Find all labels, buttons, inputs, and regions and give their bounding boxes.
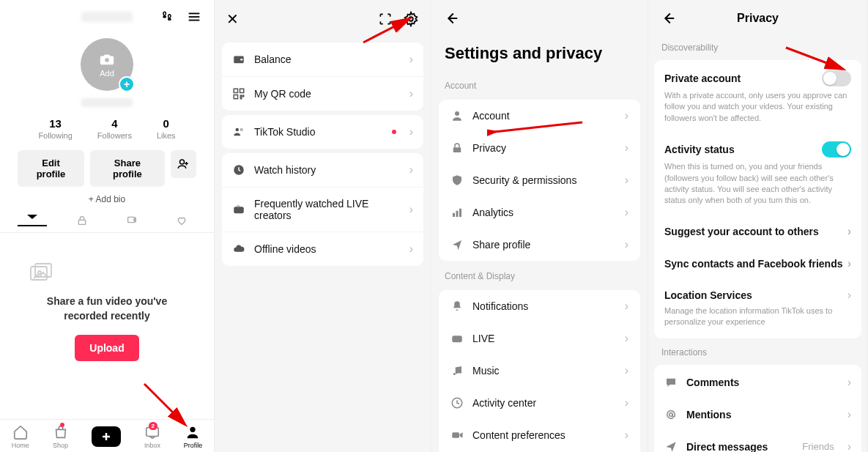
menu-card-1: Balance› My QR code› (222, 42, 423, 111)
stat-likes[interactable]: 0Likes (157, 117, 176, 140)
svg-point-3 (105, 58, 109, 62)
section-content-label: Content & Display (431, 265, 648, 286)
chevron-right-icon: › (625, 429, 628, 442)
shield-icon (450, 174, 464, 187)
row-security[interactable]: Security & permissions› (439, 164, 640, 196)
send-icon (664, 440, 678, 452)
stat-followers[interactable]: 4Followers (97, 117, 132, 140)
share-icon (450, 238, 464, 251)
menu-header: ✕ (215, 0, 431, 38)
row-live-creators[interactable]: Frequently watched LIVE creators› (222, 188, 423, 232)
chart-icon (450, 206, 464, 219)
chevron-right-icon: › (409, 242, 413, 256)
chevron-right-icon: › (847, 289, 851, 302)
bell-icon (450, 300, 464, 313)
row-mentions[interactable]: Mentions› (654, 399, 861, 431)
chevron-right-icon: › (409, 203, 413, 216)
close-icon[interactable]: ✕ (226, 10, 239, 28)
row-balance[interactable]: Balance› (222, 42, 423, 77)
row-suggest[interactable]: Suggest your account to others› (654, 215, 861, 248)
live-icon (232, 203, 245, 216)
chevron-right-icon: › (625, 396, 628, 410)
chevron-right-icon: › (625, 332, 628, 345)
svg-rect-39 (459, 209, 461, 217)
row-qr[interactable]: My QR code› (222, 77, 423, 111)
gear-icon[interactable] (403, 11, 419, 27)
row-content-pref[interactable]: Content preferences› (439, 419, 640, 451)
section-interactions-label: Interactions (648, 341, 867, 362)
avatar[interactable]: Add + (81, 38, 133, 91)
row-account[interactable]: Account› (439, 100, 640, 132)
svg-rect-22 (240, 59, 242, 60)
tab-reposts[interactable] (117, 215, 146, 226)
add-friends-button[interactable] (171, 150, 196, 178)
activity-icon (450, 396, 464, 410)
tab-locked[interactable] (67, 215, 97, 226)
private-account-toggle[interactable] (822, 70, 851, 86)
avatar-plus-icon[interactable]: + (119, 76, 135, 92)
nav-home[interactable]: Home (12, 424, 29, 449)
nav-inbox[interactable]: 2Inbox (144, 424, 160, 449)
row-location[interactable]: Location Services› Manage the location i… (654, 280, 861, 337)
chevron-right-icon: › (847, 225, 851, 238)
svg-rect-27 (242, 95, 244, 97)
chevron-right-icon: › (847, 257, 851, 270)
svg-rect-40 (452, 336, 462, 342)
chevron-right-icon: › (847, 440, 851, 452)
empty-state: Share a fun video you've recorded recent… (0, 262, 214, 361)
avatar-add-label: Add (100, 69, 114, 78)
svg-point-30 (240, 129, 242, 131)
interactions-card: Comments› Mentions› Direct messagesFrien… (654, 365, 861, 452)
row-music[interactable]: Music› (439, 355, 640, 387)
row-dm[interactable]: Direct messagesFriends› (654, 431, 861, 452)
header-icons (378, 11, 419, 27)
profile-menu-panel: ✕ Balance› My QR code› TikTok Studio› Wa… (215, 0, 431, 452)
tab-liked[interactable] (167, 215, 196, 226)
row-offline[interactable]: Offline videos› (222, 232, 423, 266)
svg-rect-24 (240, 89, 244, 92)
handle-blurred (81, 98, 133, 107)
row-activity-center[interactable]: Activity center› (439, 387, 640, 419)
at-icon (664, 408, 678, 421)
row-studio[interactable]: TikTok Studio› (222, 115, 423, 149)
menu-card-studio: TikTok Studio› (222, 115, 423, 149)
chevron-right-icon: › (625, 109, 628, 122)
svg-rect-8 (78, 220, 85, 224)
row-live[interactable]: LIVE› (439, 322, 640, 355)
scan-icon[interactable] (378, 12, 393, 26)
chevron-right-icon: › (409, 53, 413, 66)
stat-following[interactable]: 13Following (38, 117, 72, 140)
svg-rect-38 (456, 211, 459, 217)
activity-status-toggle[interactable] (822, 141, 851, 158)
share-profile-button[interactable]: Share profile (90, 150, 165, 187)
nav-shop[interactable]: Shop (53, 424, 69, 449)
chevron-right-icon: › (847, 408, 851, 421)
nav-profile[interactable]: Profile (184, 424, 203, 449)
camera-icon (99, 51, 115, 67)
back-arrow-icon[interactable] (443, 10, 459, 26)
svg-rect-37 (453, 213, 455, 217)
add-bio-link[interactable]: + Add bio (0, 194, 214, 204)
row-analytics[interactable]: Analytics› (439, 196, 640, 229)
account-card: Account› Privacy› Security & permissions… (439, 100, 640, 261)
bottom-nav: Home Shop 2Inbox Profile (0, 419, 214, 452)
row-notifications[interactable]: Notifications› (439, 290, 640, 322)
back-arrow-icon[interactable] (660, 10, 676, 26)
chevron-right-icon: › (409, 125, 413, 138)
row-comments[interactable]: Comments› (654, 366, 861, 399)
row-share-profile[interactable]: Share profile› (439, 229, 640, 261)
upload-button[interactable]: Upload (75, 335, 138, 361)
notification-dot-icon (392, 130, 396, 134)
tab-videos[interactable] (18, 215, 47, 226)
row-privacy[interactable]: Privacy› (439, 132, 640, 164)
row-sync[interactable]: Sync contacts and Facebook friends› (654, 248, 861, 280)
chevron-right-icon: › (625, 300, 628, 313)
chevron-right-icon: › (625, 206, 628, 219)
nav-create[interactable] (92, 426, 121, 447)
menu-icon[interactable] (186, 9, 202, 25)
row-watch-history[interactable]: Watch history› (222, 153, 423, 188)
username-blurred (81, 12, 133, 22)
edit-profile-button[interactable]: Edit profile (18, 150, 84, 187)
footsteps-icon[interactable] (160, 10, 174, 24)
svg-marker-45 (460, 432, 463, 438)
